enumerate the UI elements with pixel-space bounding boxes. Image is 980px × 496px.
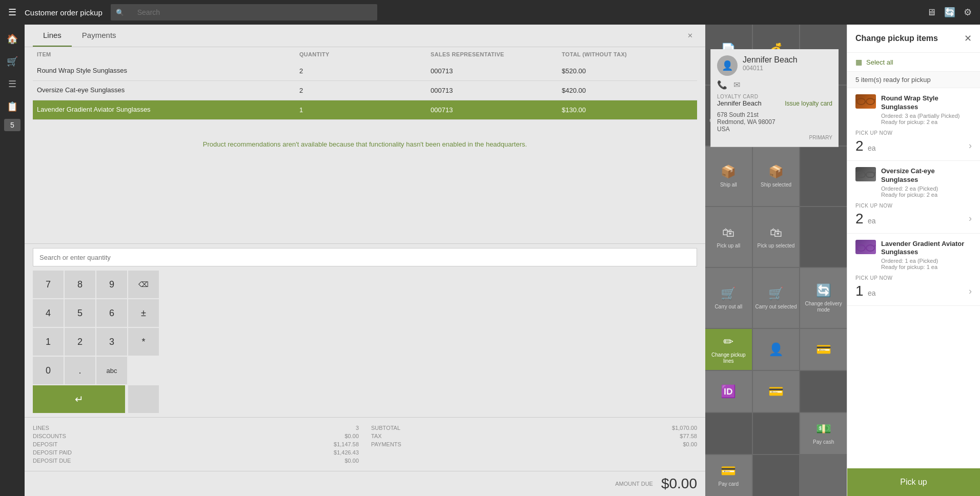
item-1-ready: Ready for pickup: 2 ea	[881, 119, 972, 125]
item-qty: 1	[299, 106, 431, 114]
numpad-decimal[interactable]: .	[65, 357, 95, 384]
amount-due-label: AMOUNT DUE	[615, 481, 653, 487]
tile-empty-6	[753, 413, 800, 454]
item-1-ordered: Ordered: 3 ea (Partially Picked)	[881, 113, 972, 119]
item-rep: 000713	[431, 67, 562, 75]
grid-icon: ▦	[855, 58, 862, 66]
ship-selected-icon: 📦	[768, 164, 784, 179]
tile-ship-all-label: Ship all	[720, 182, 737, 188]
numpad-backspace[interactable]: ⌫	[128, 271, 159, 298]
ship-all-icon: 📦	[721, 164, 736, 179]
tile-empty-4	[800, 371, 847, 412]
tile-empty-3	[800, 207, 847, 267]
nav-menu[interactable]: ☰	[2, 74, 23, 94]
card-icon-1: 💳	[816, 342, 831, 357]
search-bar[interactable]: 🔍	[111, 4, 377, 20]
settings-icon[interactable]: ⚙	[964, 7, 972, 18]
numpad-0[interactable]: 0	[33, 357, 64, 384]
tile-carry-out-selected[interactable]: 🛒 Carry out selected	[753, 268, 800, 328]
numpad-enter[interactable]: ↵	[33, 385, 125, 413]
numpad-abc[interactable]: abc	[96, 357, 127, 384]
numpad-6[interactable]: 6	[96, 299, 127, 327]
item-2-chevron[interactable]: ›	[969, 213, 972, 224]
table-row[interactable]: Lavender Gradient Aviator Sunglasses 1 0…	[33, 100, 697, 120]
tab-payments[interactable]: Payments	[72, 25, 127, 47]
tile-card-icon-1[interactable]: 💳	[800, 329, 847, 370]
svg-rect-6	[866, 172, 874, 177]
item-3-unit: ea	[868, 289, 876, 297]
search-quantity-input[interactable]	[33, 248, 697, 266]
refresh-icon[interactable]: 🔄	[944, 7, 955, 18]
tile-change-delivery-mode[interactable]: 🔄 Change delivery mode	[800, 268, 847, 328]
summary-payments: PAYMENTS $0.00	[371, 440, 697, 448]
tile-pick-up-selected[interactable]: 🛍 Pick up selected	[753, 207, 800, 267]
svg-line-9	[874, 172, 875, 173]
summary-section: LINES 3 DISCOUNTS $0.00 DEPOSIT $1,147.5…	[25, 417, 705, 471]
pickup-select-all[interactable]: ▦ Select all	[847, 53, 980, 72]
item-2-unit: ea	[868, 217, 876, 225]
tile-id-icon[interactable]: 🆔	[705, 371, 752, 412]
tile-pay-card[interactable]: 💳 Pay card	[705, 455, 752, 496]
item-1-qty: 2	[855, 138, 864, 154]
menu-icon[interactable]: ☰	[8, 7, 16, 18]
nav-cart[interactable]: 🛒	[2, 51, 23, 72]
card-icon-2: 💳	[768, 384, 784, 399]
tile-pay-cash[interactable]: 💵 Pay cash	[800, 413, 847, 454]
numpad-1[interactable]: 1	[33, 328, 64, 356]
tile-pay-cash-label: Pay cash	[813, 439, 834, 445]
nav-home[interactable]: 🏠	[2, 29, 23, 49]
numpad-4[interactable]: 4	[33, 299, 64, 327]
tile-empty-2	[800, 147, 847, 206]
table-row[interactable]: Oversize Cat-eye Sunglasses 2 000713 $42…	[33, 81, 697, 100]
monitor-icon[interactable]: 🖥	[927, 7, 936, 18]
numpad-2[interactable]: 2	[65, 328, 95, 356]
customer-panel-close[interactable]: ✕	[687, 32, 693, 39]
tile-ship-selected-label: Ship selected	[761, 182, 791, 188]
quantity-input-area	[25, 243, 705, 271]
nav-orders[interactable]: 📋	[2, 96, 23, 117]
pickup-now-label-1: PICK UP NOW	[855, 130, 972, 136]
numpad-8[interactable]: 8	[65, 271, 95, 298]
numpad-7[interactable]: 7	[33, 271, 64, 298]
tab-lines[interactable]: Lines	[33, 25, 72, 47]
item-name: Lavender Gradient Aviator Sunglasses	[37, 106, 299, 114]
tile-pickup-selected-label: Pick up selected	[758, 243, 795, 249]
tabs: Lines Payments ✕	[25, 25, 705, 47]
customer-icon: 👤	[768, 342, 784, 357]
recommendation-text: Product recommendations aren't available…	[33, 120, 697, 169]
item-1-chevron[interactable]: ›	[969, 140, 972, 151]
pickup-now-label-2: PICK UP NOW	[855, 203, 972, 209]
table-row[interactable]: Round Wrap Style Sunglasses 2 000713 $52…	[33, 61, 697, 81]
change-pickup-icon: ✏	[723, 335, 733, 349]
tile-ship-selected[interactable]: 📦 Ship selected	[753, 147, 800, 206]
numpad: 7 8 9 ⌫ 4 5 6 ± 1 2 3 * 0 . abc ↵	[25, 271, 705, 417]
svg-line-4	[874, 99, 875, 100]
search-input[interactable]	[127, 8, 371, 16]
tile-pay-card-label: Pay card	[719, 481, 739, 487]
item-3-ordered: Ordered: 1 ea (Picked)	[881, 258, 972, 264]
numpad-plusminus[interactable]: ±	[128, 299, 159, 327]
tile-change-pickup-lines[interactable]: ✏ Change pickup lines	[705, 329, 752, 370]
item-3-ready: Ready for pickup: 1 ea	[881, 264, 972, 270]
tile-pick-up-all[interactable]: 🛍 Pick up all	[705, 207, 752, 267]
tile-customer-icon[interactable]: 👤	[753, 329, 800, 370]
numpad-multiply[interactable]: *	[128, 328, 159, 356]
tile-ship-all[interactable]: 📦 Ship all	[705, 147, 752, 206]
summary-subtotal: SUBTOTAL $1,070.00	[371, 424, 697, 432]
pickup-close-button[interactable]: ✕	[964, 33, 972, 44]
pickup-button[interactable]: Pick up	[847, 468, 980, 496]
item-3-chevron[interactable]: ›	[969, 286, 972, 297]
amount-due-row: AMOUNT DUE $0.00	[25, 471, 705, 496]
tile-card-icon-2[interactable]: 💳	[753, 371, 800, 412]
col-item: ITEM	[37, 51, 299, 57]
summary-deposit-due: DEPOSIT DUE $0.00	[33, 457, 359, 465]
numpad-5[interactable]: 5	[65, 299, 95, 327]
numpad-3[interactable]: 3	[96, 328, 127, 356]
numpad-grid: 7 8 9 ⌫ 4 5 6 ± 1 2 3 * 0 . abc ↵	[33, 271, 697, 413]
nav-badge[interactable]: 5	[4, 119, 21, 131]
svg-rect-5	[857, 172, 865, 177]
tile-carry-out-all[interactable]: 🛒 Carry out all	[705, 268, 752, 328]
summary-deposit-paid: DEPOSIT PAID $1,426.43	[33, 448, 359, 457]
summary-deposit: DEPOSIT $1,147.58	[33, 440, 359, 448]
numpad-9[interactable]: 9	[96, 271, 127, 298]
